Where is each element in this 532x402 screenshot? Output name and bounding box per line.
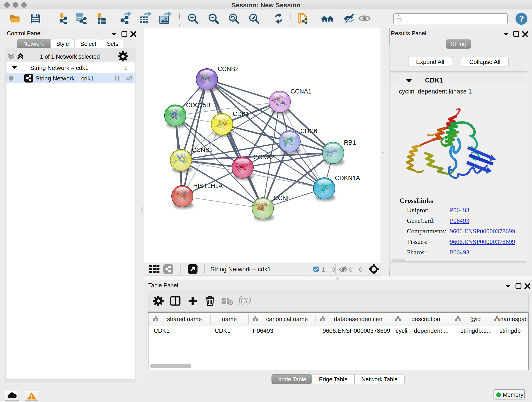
svg-text:CCNB1: CCNB1 xyxy=(192,147,213,153)
svg-text:CDC25B: CDC25B xyxy=(186,102,210,109)
svg-text:CCNB2: CCNB2 xyxy=(218,65,239,72)
svg-text:CCNA2: CCNA2 xyxy=(253,154,274,161)
svg-text:CDKN1A: CDKN1A xyxy=(335,175,360,182)
svg-text:RB1: RB1 xyxy=(344,139,356,146)
svg-text:HIST1H1A: HIST1H1A xyxy=(193,182,223,189)
svg-text:CDC6: CDC6 xyxy=(300,128,317,134)
svg-text:CDK1: CDK1 xyxy=(233,110,249,117)
svg-text:CCNA1: CCNA1 xyxy=(291,88,312,95)
svg-text:CCNE1: CCNE1 xyxy=(273,195,295,201)
